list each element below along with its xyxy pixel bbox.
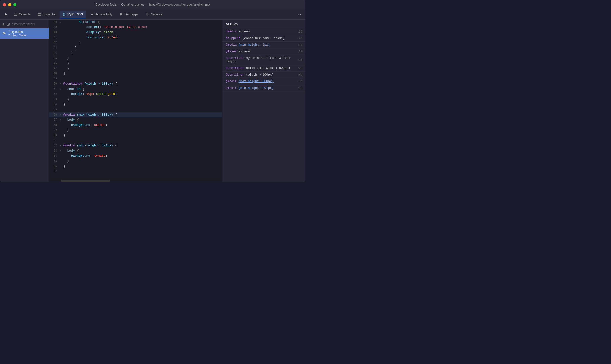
code-line-58: 58 background: salmon; [49,123,222,128]
at-rule-line-num: :21 [298,43,302,47]
at-rule-text: @media (min-height: 801px) [226,86,297,90]
horizontal-scrollbar[interactable] [49,179,222,182]
at-rule-item-media-max-height-800[interactable]: @media (max-height: 800px) :56 [222,78,306,85]
style-editor-icon: {} [63,12,65,16]
svg-rect-2 [38,13,41,15]
code-line-49: 49 [49,76,222,81]
tab-inspector[interactable]: Inspector [35,11,59,18]
titlebar: Developer Tools — Container queries — ht… [0,0,306,9]
code-editor[interactable]: 38 ▾ h1::after { 39 content: "@container… [49,20,222,182]
code-line-62: 62 ▾ @media (min-height: 801px) { [49,143,222,148]
stylesheet-name: * style.css [8,30,26,34]
close-button[interactable] [3,3,6,6]
accessibility-icon [90,12,94,17]
at-rule-text: @container mycontainer1 (max-width: 800p… [226,56,297,63]
at-rule-text: @container hello (max-width: 800px) [226,66,297,70]
filter-input[interactable] [12,22,49,26]
add-stylesheet-button[interactable] [2,21,5,27]
code-content[interactable]: 38 ▾ h1::after { 39 content: "@container… [49,20,222,179]
debugger-icon [119,12,123,17]
minimize-button[interactable] [8,3,11,6]
tab-accessibility[interactable]: Accessibility [87,11,116,18]
code-line-53: 53 } [49,97,222,102]
code-line-38: 38 ▾ h1::after { [49,20,222,25]
at-rule-text: @media screen [226,30,297,33]
tab-debugger-label: Debugger [125,13,139,16]
sidebar: * style.css 7 rules. Save [0,20,49,182]
at-rule-link[interactable]: (max-height: 800px) [239,80,274,83]
code-line-51: 51 ▾ section { [49,87,222,92]
svg-marker-6 [120,13,122,15]
at-rules-title: At-rules [222,20,306,28]
h-scrollbar-thumb[interactable] [61,180,110,182]
stylesheet-item-style-css[interactable]: * style.css 7 rules. Save [0,28,49,39]
sidebar-toolbar [0,20,49,28]
at-rule-link[interactable]: (min-height: 1px) [239,43,270,47]
tab-console-label: Console [19,13,31,16]
code-line-52: 52 border: 40px solid gold; [49,92,222,97]
at-rule-line-num: :29 [298,66,302,70]
code-line-67: 67 [49,169,222,174]
tab-network-label: Network [151,13,162,16]
code-line-55: 55 [49,107,222,112]
at-rule-item-layer[interactable]: @layer myLayer :22 [222,48,306,55]
maximize-button[interactable] [13,3,16,6]
at-rule-item-container-width[interactable]: @container (width > 100px) :50 [222,72,306,78]
code-line-63: 63 ▾ body { [49,148,222,154]
code-line-54: 54 } [49,102,222,107]
at-rules-panel: At-rules @media screen :19 @support (con… [222,20,306,182]
stylesheet-meta: 7 rules. Save [8,34,26,37]
at-rule-text: @layer myLayer [226,50,297,53]
at-rule-link[interactable]: (min-height: 801px) [239,86,274,90]
svg-point-5 [92,13,92,13]
code-line-66: 66 } [49,164,222,169]
save-stylesheet-button[interactable]: Save [19,34,26,37]
at-rule-line-num: :62 [298,86,302,90]
code-line-61: 61 [49,138,222,143]
code-line-40: 40 display: block; [49,30,222,35]
at-rule-text: @media (max-height: 800px) [226,80,297,83]
at-rule-line-num: :50 [298,73,302,77]
more-tools-button[interactable]: ··· [294,12,304,17]
at-rule-item-media-min-height-1[interactable]: @media (min-height: 1px) :21 [222,42,306,48]
cursor-tool-button[interactable] [2,11,10,18]
tab-inspector-label: Inspector [43,13,56,16]
stylesheet-rules: 7 rules. [8,34,17,37]
at-rule-item-media-screen[interactable]: @media screen :19 [222,28,306,35]
visibility-icon [2,31,6,36]
code-line-50: 50 ▾ @container (width > 100px) { [49,81,222,87]
at-rule-item-container-hello[interactable]: @container hello (max-width: 800px) :29 [222,65,306,72]
tab-console[interactable]: Console [11,11,34,18]
inspector-icon [38,12,41,17]
devtools-window: Developer Tools — Container queries — ht… [0,0,306,182]
code-line-42: 42 } [49,40,222,45]
at-rule-item-media-min-height-801[interactable]: @media (min-height: 801px) :62 [222,85,306,91]
main-layout: * style.css 7 rules. Save 38 ▾ h1::after… [0,20,306,182]
code-line-45: 45 } [49,56,222,61]
tab-style-editor-label: Style Editor [67,12,83,16]
import-stylesheet-button[interactable] [6,21,10,27]
at-rule-line-num: :22 [298,50,302,53]
console-icon [14,12,17,17]
tab-style-editor[interactable]: {} Style Editor [60,11,86,18]
toolbar: Console Inspector {} Style Editor [0,9,306,20]
traffic-lights [3,3,16,6]
code-line-48: 48 } [49,71,222,76]
code-line-65: 65 } [49,159,222,164]
code-line-43: 43 } [49,45,222,51]
tab-network[interactable]: Network [142,11,165,18]
code-line-57: 57 ▾ body { [49,117,222,123]
code-line-46: 46 } [49,61,222,66]
code-line-41: 41 font-size: 0.7em; [49,35,222,40]
code-line-39: 39 content: "@container mycontainer [49,25,222,30]
at-rule-item-support[interactable]: @support (container-name: aname) :20 [222,35,306,42]
at-rule-line-num: :24 [298,58,302,62]
code-line-59: 59 } [49,128,222,133]
at-rule-item-container-mycontainer1[interactable]: @container mycontainer1 (max-width: 800p… [222,55,306,65]
at-rule-text: @support (container-name: aname) [226,37,297,40]
tab-debugger[interactable]: Debugger [116,11,141,18]
at-rule-text: @media (min-height: 1px) [226,43,297,47]
at-rule-line-num: :56 [298,80,302,83]
code-line-64: 64 background: tomato; [49,154,222,159]
at-rule-line-num: :20 [298,37,302,40]
